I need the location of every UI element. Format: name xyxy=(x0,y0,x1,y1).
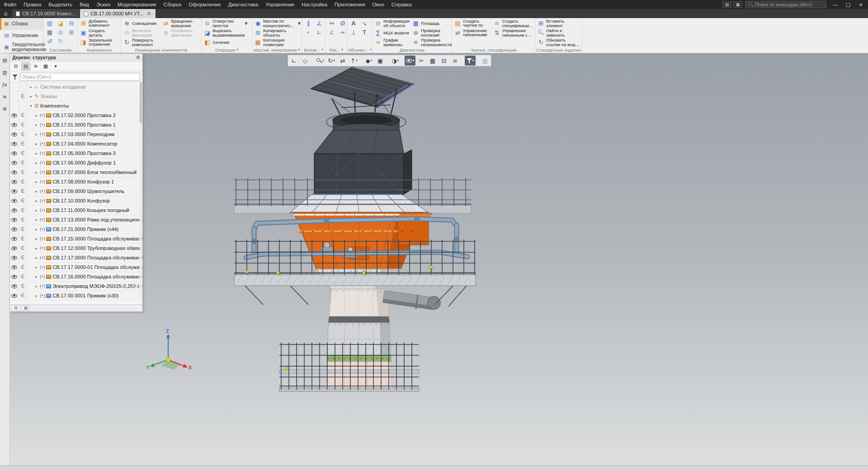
tt-relations-button[interactable]: ≡ xyxy=(31,62,40,71)
dim-angular-button[interactable]: ∠ xyxy=(327,28,337,37)
tf-list-button[interactable]: ▤ xyxy=(22,305,30,311)
tree-item[interactable]: Є▸(+)СВ.17.00.0001 Прижим (x30) xyxy=(10,291,142,301)
tree-item[interactable]: Є▸(+)СВ.17.16.0000 Площадка обслуживания xyxy=(10,272,142,282)
visibility-eye-icon[interactable] xyxy=(11,180,17,184)
sys-redo-button[interactable]: ↻ xyxy=(56,37,66,46)
tree-item[interactable]: Є▸(+)СВ.17.10.0000 Конфузор xyxy=(10,196,142,206)
expand-arrow-icon[interactable]: ▸ xyxy=(34,142,38,146)
orientation-triad[interactable]: Z X Y xyxy=(146,328,195,370)
vt-probe-button[interactable]: ∟ xyxy=(288,56,299,66)
mirror-components-button[interactable]: ◨Зеркальное отражение ко... xyxy=(79,38,119,47)
ls-tree-button[interactable]: ▤ xyxy=(1,56,9,64)
close-button[interactable]: × xyxy=(854,0,867,9)
tree-item[interactable]: Є▸(+)СВ.17.15.0000 Площадка обслуживания xyxy=(10,234,142,244)
dim-linear-button[interactable]: ↔ xyxy=(327,19,337,28)
manage-drawings-button[interactable]: ⇄Управление связанными ч... xyxy=(453,28,492,38)
vt-plane-button[interactable]: ◇ xyxy=(300,56,311,66)
expand-arrow-icon[interactable]: ▸ xyxy=(34,208,38,212)
tab-close-icon[interactable]: × xyxy=(147,11,151,16)
section-state-icon[interactable]: Є xyxy=(21,226,24,232)
mr-layout-button[interactable]: ▦ xyxy=(733,1,742,8)
menu-item[interactable]: Вид xyxy=(76,0,93,9)
menu-item[interactable]: Диагностика xyxy=(225,0,262,9)
tree-item[interactable]: Є▸(+)СВ.17.03.0000 Переходник xyxy=(10,130,142,139)
tree-item[interactable]: Є▸(+)СВ.17.06.0000 Диффузор 1 xyxy=(10,158,142,168)
mcx-model-button[interactable]: ∑МЦХ модели xyxy=(374,28,410,38)
menu-item[interactable]: Файл xyxy=(0,0,20,9)
tree-filter-icon[interactable] xyxy=(12,74,18,80)
minimize-button[interactable]: — xyxy=(829,0,842,9)
hole-simple-button[interactable]: ⊙Отверстие простое▾ xyxy=(203,19,250,28)
vt-extra-button[interactable]: ▥ xyxy=(480,56,491,66)
section-state-icon[interactable]: Є xyxy=(21,179,24,184)
expand-arrow-icon[interactable]: ▸ xyxy=(34,275,38,279)
tree-item[interactable]: Є▸(+)СВ.17.07.0000 Блок теплообменный xyxy=(10,168,142,177)
menu-item[interactable]: Управление xyxy=(262,0,298,9)
menu-item[interactable]: Эскиз xyxy=(93,0,114,9)
section-op-button[interactable]: ◧Сечение xyxy=(203,38,250,47)
copy-objects-button[interactable]: ⊞Копировать объекты xyxy=(254,28,304,38)
tree-item[interactable]: Є▸(+)СВ.17.12.0000 Трубопроводная обвязк… xyxy=(10,244,142,253)
tree-item[interactable]: Є▸(+)СВ.17.17.0000 Площадка обслуживания xyxy=(10,253,142,263)
section-state-icon[interactable]: Є xyxy=(21,217,24,222)
note-leader-button[interactable]: ↘ xyxy=(359,19,369,28)
visibility-eye-icon[interactable] xyxy=(11,170,17,174)
pattern-concentric-button[interactable]: ◉Массив по концентричес...▾ xyxy=(254,19,304,28)
vt-orient-button[interactable]: ◆▾ xyxy=(363,56,374,66)
ls-layers-button[interactable]: ≡ xyxy=(1,93,9,101)
visibility-eye-icon[interactable] xyxy=(11,256,17,260)
note-t-button[interactable]: T xyxy=(359,28,369,37)
manage-spec-button[interactable]: ⇅Управление связанным с... xyxy=(493,28,533,38)
tt-grid-button[interactable]: ▦ xyxy=(41,62,50,71)
visibility-eye-icon[interactable] xyxy=(11,284,17,288)
visibility-eye-icon[interactable] xyxy=(11,227,17,231)
mode-assembly[interactable]: ▣Сборка xyxy=(0,18,43,30)
tree-item[interactable]: Є▸(+)СВ.17.02.0000 Проставка 2 xyxy=(10,111,142,120)
rotate-component-button[interactable]: ↻Повернуть компонент xyxy=(123,38,161,47)
expand-arrow-icon[interactable]: ▸ xyxy=(34,113,38,118)
vt-clip-button[interactable]: ⊟ xyxy=(439,56,449,66)
tree-item[interactable]: Є▸(+)Электропривод МЭОФ-250/25-0,25У-IIВ… xyxy=(10,282,142,291)
ls-struct-button[interactable]: ▥ xyxy=(1,68,9,76)
vt-snip-button[interactable]: ✂ xyxy=(416,56,427,66)
tree-settings-gear-icon[interactable]: ⚙ xyxy=(136,55,140,60)
aux-axis-button[interactable]: ∠ xyxy=(314,19,324,28)
tree-item[interactable]: Є▸(+)СВ.17.09.0000 Шумоглушитель xyxy=(10,187,142,196)
sys-print-button[interactable]: ▦ xyxy=(45,28,55,37)
tree-item[interactable]: ▾⊞Компоненты xyxy=(10,101,142,111)
expand-arrow-icon[interactable]: ▸ xyxy=(34,170,38,174)
expand-arrow-icon[interactable]: ▾ xyxy=(29,104,33,108)
tree-item[interactable]: Є▸(+)СВ.17.11.0000 Козырек погодный xyxy=(10,206,142,215)
visibility-eye-icon[interactable] xyxy=(11,237,17,241)
vt-zoom-button[interactable]: ▾ xyxy=(315,56,326,66)
create-drawing-button[interactable]: ▤Создать чертеж по модели xyxy=(453,19,492,28)
expand-arrow-icon[interactable]: ▸ xyxy=(34,218,38,222)
section-state-icon[interactable]: Є xyxy=(21,198,24,203)
dim-radial-button[interactable]: Ø xyxy=(338,19,348,28)
mode-management[interactable]: ▤Управление xyxy=(0,30,43,42)
sys-new-button[interactable]: ▤ xyxy=(45,19,55,28)
scrollbar-thumb[interactable] xyxy=(140,82,142,123)
expand-arrow-icon[interactable]: ▸ xyxy=(34,227,38,231)
visibility-eye-icon[interactable] xyxy=(11,151,17,155)
vt-rotate-button[interactable]: ↻▾ xyxy=(326,56,337,66)
visibility-eye-icon[interactable] xyxy=(11,265,17,269)
cut-extrude-button[interactable]: ◪Вырезать выдавливанием xyxy=(203,28,250,38)
vt-normal-button[interactable]: ↑▾ xyxy=(349,56,359,66)
mode-solid-modeling[interactable]: ▣Твердотельное моделирование xyxy=(0,41,43,53)
menu-item[interactable]: Выделить xyxy=(45,0,76,9)
expand-arrow-icon[interactable]: ▸ xyxy=(34,180,38,184)
section-state-icon[interactable]: Є xyxy=(21,283,24,289)
tree-item[interactable]: Є▸(+)СВ.17.01.0000 Проставка 1 xyxy=(10,120,142,130)
section-state-icon[interactable]: Є xyxy=(21,207,24,213)
sys-undo-button[interactable]: ↺ xyxy=(45,37,55,46)
tree-item[interactable]: Є▸(+)СВ.17.05.0000 Проставка 3 xyxy=(10,149,142,158)
menu-item[interactable]: Сборка xyxy=(160,0,185,9)
expand-arrow-icon[interactable]: ▸ xyxy=(34,284,38,288)
menu-item[interactable]: Приложения xyxy=(331,0,368,9)
vt-hide-button[interactable]: ▾ xyxy=(405,56,415,66)
section-state-icon[interactable]: Є xyxy=(21,236,24,241)
command-search[interactable] xyxy=(745,1,826,8)
tree-item[interactable]: Є▸(+)СВ.17.08.0000 Конфузор 1 xyxy=(10,177,142,187)
visibility-eye-icon[interactable] xyxy=(11,218,17,222)
